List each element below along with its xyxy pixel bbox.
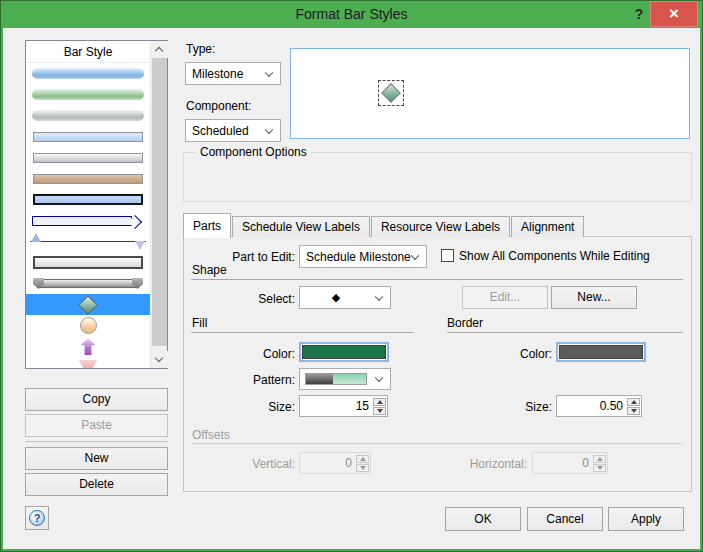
black-outline-blue-bar-icon xyxy=(33,194,143,205)
shape-select-dropdown[interactable]: ◆ xyxy=(299,286,391,309)
bar-style-item-gray-bar-with-end-markers[interactable] xyxy=(26,273,150,294)
bar-style-item-rounded-gray-bar[interactable] xyxy=(26,105,150,126)
horizontal-offset-spinner: 0 xyxy=(532,452,608,474)
close-button[interactable]: × xyxy=(650,1,698,27)
ok-button[interactable]: OK xyxy=(445,507,521,531)
border-size-label: Size: xyxy=(447,400,552,414)
title-bar: Format Bar Styles ? × xyxy=(0,0,703,28)
bar-style-list: Bar Style xyxy=(25,40,168,369)
spin-down-icon xyxy=(593,464,606,472)
type-value: Milestone xyxy=(192,67,243,81)
part-to-edit-dropdown[interactable]: Schedule Milestone xyxy=(299,245,427,268)
show-all-components-label: Show All Components While Editing xyxy=(459,249,650,263)
bar-style-item-rounded-green-bar[interactable] xyxy=(26,84,150,105)
horizontal-offset-value: 0 xyxy=(533,453,592,473)
scroll-down-button[interactable] xyxy=(151,351,168,368)
spin-down-icon[interactable] xyxy=(627,407,640,415)
border-size-spinner[interactable]: 0.50 xyxy=(556,395,642,417)
fill-section-title: Fill xyxy=(192,316,207,330)
border-size-value: 0.50 xyxy=(557,396,626,416)
paste-button: Paste xyxy=(25,414,168,437)
bar-style-item-flat-blue-bar[interactable] xyxy=(26,126,150,147)
fill-size-value: 15 xyxy=(300,396,372,416)
spin-up-icon[interactable] xyxy=(373,398,386,406)
scrollbar-thumb[interactable] xyxy=(152,58,167,346)
horizontal-offset-label: Horizontal: xyxy=(415,457,527,471)
vertical-offset-spinner: 0 xyxy=(299,452,371,474)
fill-pattern-label: Pattern: xyxy=(183,373,295,387)
fill-pattern-dropdown[interactable] xyxy=(299,368,391,390)
cancel-button[interactable]: Cancel xyxy=(527,507,603,531)
rounded-gray-bar-icon xyxy=(32,110,144,121)
chevron-down-icon xyxy=(375,374,383,382)
fill-rule xyxy=(191,332,414,333)
spin-up-icon xyxy=(356,455,369,463)
chevron-down-icon xyxy=(155,354,163,362)
spin-down-icon[interactable] xyxy=(373,407,386,415)
tab-resource-view-labels[interactable]: Resource View Labels xyxy=(371,216,510,237)
border-color-label: Color: xyxy=(447,347,552,361)
copy-button[interactable]: Copy xyxy=(25,388,168,411)
component-label: Component: xyxy=(186,99,251,113)
border-color-swatch-inner xyxy=(559,345,643,359)
bar-style-item-line-with-triangle-ends[interactable] xyxy=(26,231,150,252)
titlebar-help-icon[interactable]: ? xyxy=(628,0,650,28)
bar-style-item-flat-silver-bar[interactable] xyxy=(26,147,150,168)
part-to-edit-value: Schedule Milestone xyxy=(306,250,411,264)
bar-style-item-flat-tan-bar[interactable] xyxy=(26,168,150,189)
shape-select-label: Select: xyxy=(183,292,295,306)
rounded-green-bar-icon xyxy=(32,89,144,100)
bar-style-item-thick-outline-white-bar[interactable] xyxy=(26,252,150,273)
pink-down-triangle-milestone-icon xyxy=(79,360,98,368)
green-diamond-milestone-icon xyxy=(78,295,98,315)
preview-selection-box[interactable] xyxy=(378,80,404,106)
scroll-up-button[interactable] xyxy=(151,41,168,58)
chevron-down-icon xyxy=(411,251,419,259)
vertical-offset-value: 0 xyxy=(300,453,355,473)
help-button[interactable]: ? xyxy=(25,506,49,530)
fill-color-swatch[interactable] xyxy=(299,342,389,362)
bar-style-item-navy-arrow-bar[interactable] xyxy=(26,210,150,231)
tab-strip: PartsSchedule View LabelsResource View L… xyxy=(183,212,585,237)
bar-style-item-purple-up-arrow-milestone[interactable] xyxy=(26,336,150,357)
gray-bar-with-end-markers-icon xyxy=(37,279,139,288)
chevron-down-icon xyxy=(265,125,273,133)
new-style-button[interactable]: New xyxy=(25,447,168,470)
fill-size-spinner[interactable]: 15 xyxy=(299,395,388,417)
vertical-offset-label: Vertical: xyxy=(183,457,295,471)
tab-parts[interactable]: Parts xyxy=(183,213,231,238)
spin-up-icon xyxy=(593,455,606,463)
delete-button[interactable]: Delete xyxy=(25,473,168,496)
chevron-down-icon xyxy=(375,292,383,300)
tab-schedule-view-labels[interactable]: Schedule View Labels xyxy=(232,216,370,237)
part-to-edit-label: Part to Edit: xyxy=(183,250,295,264)
rounded-blue-bar-icon xyxy=(32,68,144,79)
pattern-preview-icon xyxy=(305,373,367,385)
type-label: Type: xyxy=(186,42,215,56)
navy-arrow-bar-icon xyxy=(32,216,132,226)
chevron-down-icon xyxy=(265,68,273,76)
component-dropdown[interactable]: Scheduled xyxy=(185,119,281,142)
bar-style-item-rounded-blue-bar[interactable] xyxy=(26,63,150,84)
new-shape-button[interactable]: New... xyxy=(551,286,637,309)
border-color-swatch[interactable] xyxy=(556,342,646,362)
flat-tan-bar-icon xyxy=(33,174,143,184)
bar-style-item-black-outline-blue-bar[interactable] xyxy=(26,189,150,210)
bar-style-item-pink-down-triangle-milestone[interactable] xyxy=(26,357,150,368)
edit-shape-button: Edit... xyxy=(462,286,548,309)
show-all-components-checkbox[interactable] xyxy=(441,249,454,262)
list-scrollbar[interactable] xyxy=(150,41,167,368)
shape-rule xyxy=(191,279,683,280)
bar-style-item-orange-circle-milestone[interactable] xyxy=(26,315,150,336)
parts-tab-panel xyxy=(183,236,692,492)
spin-up-icon[interactable] xyxy=(627,398,640,406)
fill-size-label: Size: xyxy=(183,400,295,414)
style-preview xyxy=(290,48,690,139)
bar-style-item-green-diamond-milestone[interactable] xyxy=(26,294,150,315)
tab-alignment[interactable]: Alignment xyxy=(511,216,584,237)
type-dropdown[interactable]: Milestone xyxy=(185,62,281,85)
component-options-group: Component Options xyxy=(183,152,692,202)
apply-button[interactable]: Apply xyxy=(608,507,684,531)
purple-up-arrow-milestone-icon xyxy=(81,338,96,355)
help-icon: ? xyxy=(29,510,45,526)
